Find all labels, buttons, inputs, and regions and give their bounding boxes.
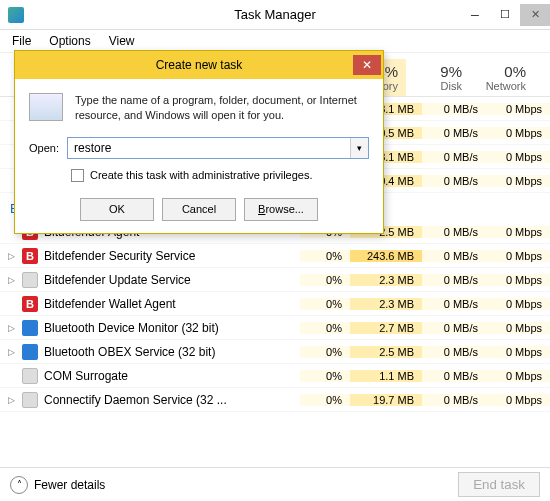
close-button[interactable]: ✕	[520, 4, 550, 26]
process-name: Bluetooth OBEX Service (32 bit)	[44, 345, 215, 359]
ok-button[interactable]: OK	[80, 198, 154, 221]
admin-checkbox[interactable]	[71, 169, 84, 182]
table-row[interactable]: ▷BBitdefender Security Service0%243.6 MB…	[0, 244, 550, 268]
open-input[interactable]	[68, 138, 350, 158]
window-titlebar: Task Manager ─ ☐ ✕	[0, 0, 550, 30]
process-name: Bitdefender Update Service	[44, 273, 191, 287]
process-name: COM Surrogate	[44, 369, 128, 383]
process-name: Bitdefender Security Service	[44, 249, 195, 263]
table-row[interactable]: BBitdefender Wallet Agent0%2.3 MB0 MB/s0…	[0, 292, 550, 316]
process-icon	[22, 344, 38, 360]
expand-icon[interactable]: ▷	[6, 347, 16, 357]
process-name: Connectify Daemon Service (32 ...	[44, 393, 227, 407]
process-icon	[22, 272, 38, 288]
menu-file[interactable]: File	[4, 32, 39, 50]
table-row[interactable]: ▷Bitdefender Update Service0%2.3 MB0 MB/…	[0, 268, 550, 292]
table-row[interactable]: ▷Bluetooth OBEX Service (32 bit)0%2.5 MB…	[0, 340, 550, 364]
process-icon: B	[22, 248, 38, 264]
footer-bar: ˄ Fewer details End task	[0, 467, 550, 501]
table-row[interactable]: ▷Connectify Daemon Service (32 ...0%19.7…	[0, 388, 550, 412]
run-dialog-icon	[29, 93, 63, 121]
table-row[interactable]: ▷Bluetooth Device Monitor (32 bit)0%2.7 …	[0, 316, 550, 340]
expand-icon[interactable]: ▷	[6, 275, 16, 285]
expand-icon[interactable]: ▷	[6, 323, 16, 333]
end-task-button[interactable]: End task	[458, 472, 540, 497]
dialog-title: Create new task	[15, 58, 383, 72]
maximize-button[interactable]: ☐	[490, 4, 520, 26]
create-new-task-dialog: Create new task ✕ Type the name of a pro…	[14, 50, 384, 234]
process-icon	[22, 368, 38, 384]
combobox-dropdown-icon[interactable]: ▾	[350, 138, 368, 158]
app-icon	[8, 7, 24, 23]
process-icon	[22, 392, 38, 408]
menu-view[interactable]: View	[101, 32, 143, 50]
chevron-up-icon: ˄	[10, 476, 28, 494]
expand-icon[interactable]: ▷	[6, 251, 16, 261]
process-icon	[22, 320, 38, 336]
expand-icon[interactable]: ▷	[6, 395, 16, 405]
network-label: Network	[474, 80, 526, 92]
browse-button[interactable]: Browse...	[244, 198, 318, 221]
network-percent: 0%	[474, 63, 526, 80]
dialog-description: Type the name of a program, folder, docu…	[75, 93, 369, 123]
column-disk[interactable]: 9% Disk	[406, 59, 470, 96]
disk-percent: 9%	[410, 63, 462, 80]
menu-options[interactable]: Options	[41, 32, 98, 50]
process-name: Bluetooth Device Monitor (32 bit)	[44, 321, 219, 335]
column-network[interactable]: 0% Network	[470, 59, 534, 96]
minimize-button[interactable]: ─	[460, 4, 490, 26]
cancel-button[interactable]: Cancel	[162, 198, 236, 221]
admin-checkbox-label: Create this task with administrative pri…	[90, 169, 313, 181]
menu-bar: File Options View	[0, 30, 550, 52]
open-label: Open:	[29, 142, 59, 154]
fewer-details-toggle[interactable]: ˄ Fewer details	[10, 476, 105, 494]
window-controls: ─ ☐ ✕	[460, 4, 550, 26]
dialog-body: Type the name of a program, folder, docu…	[15, 79, 383, 233]
table-row[interactable]: COM Surrogate0%1.1 MB0 MB/s0 Mbps	[0, 364, 550, 388]
dialog-titlebar[interactable]: Create new task ✕	[15, 51, 383, 79]
process-name: Bitdefender Wallet Agent	[44, 297, 176, 311]
fewer-details-label: Fewer details	[34, 478, 105, 492]
open-combobox[interactable]: ▾	[67, 137, 369, 159]
process-icon: B	[22, 296, 38, 312]
disk-label: Disk	[410, 80, 462, 92]
